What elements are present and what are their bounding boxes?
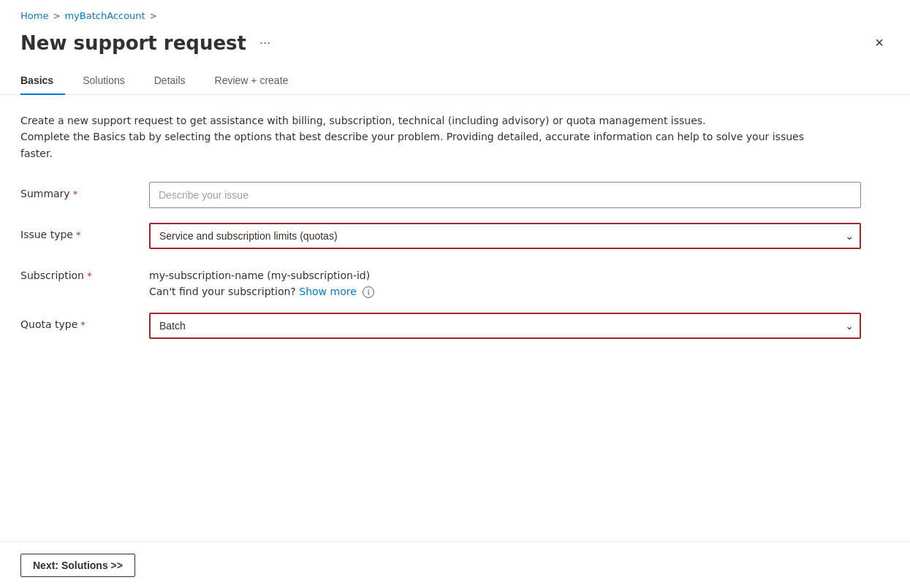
page-header: New support request ··· × xyxy=(0,27,910,67)
show-more-link[interactable]: Show more xyxy=(299,286,357,297)
tab-bar: Basics Solutions Details Review + create xyxy=(0,67,910,95)
next-solutions-button[interactable]: Next: Solutions >> xyxy=(20,554,135,577)
tab-review-create[interactable]: Review + create xyxy=(215,67,300,95)
page-title: New support request xyxy=(20,32,246,54)
breadcrumb-home[interactable]: Home xyxy=(20,10,48,21)
description-line1: Create a new support request to get assi… xyxy=(20,115,706,126)
header-left: New support request ··· xyxy=(20,32,275,54)
summary-row: Summary * xyxy=(20,182,861,208)
summary-input[interactable] xyxy=(149,182,861,208)
subscription-control: my-subscription-name (my-subscription-id… xyxy=(149,264,861,298)
issue-type-select[interactable]: Service and subscription limits (quotas)… xyxy=(149,223,861,249)
issue-type-label: Issue type * xyxy=(20,223,137,240)
breadcrumb: Home > myBatchAccount > xyxy=(0,0,910,27)
summary-control xyxy=(149,182,861,208)
close-button[interactable]: × xyxy=(869,30,890,56)
quota-type-row: Quota type * Batch Compute Storage Netwo… xyxy=(20,313,861,339)
info-icon[interactable]: i xyxy=(363,286,374,298)
tab-details[interactable]: Details xyxy=(154,67,197,95)
subscription-cant-find: Can't find your subscription? Show more … xyxy=(149,281,861,298)
description: Create a new support request to get assi… xyxy=(20,112,824,161)
summary-label: Summary * xyxy=(20,182,137,199)
subscription-required: * xyxy=(87,270,92,281)
footer: Next: Solutions >> xyxy=(0,541,910,588)
subscription-label: Subscription * xyxy=(20,264,137,281)
quota-type-label: Quota type * xyxy=(20,313,137,330)
issue-type-row: Issue type * Service and subscription li… xyxy=(20,223,861,249)
tab-basics[interactable]: Basics xyxy=(20,67,65,95)
more-options-button[interactable]: ··· xyxy=(255,32,275,53)
tab-solutions[interactable]: Solutions xyxy=(83,67,137,95)
issue-type-required: * xyxy=(76,229,81,240)
form: Summary * Issue type * Service and subsc… xyxy=(20,182,861,339)
description-line2: Complete the Basics tab by selecting the… xyxy=(20,131,804,159)
subscription-row: Subscription * my-subscription-name (my-… xyxy=(20,264,861,298)
breadcrumb-sep1: > xyxy=(53,11,60,21)
breadcrumb-sep2: > xyxy=(150,11,157,21)
breadcrumb-account[interactable]: myBatchAccount xyxy=(64,10,145,21)
quota-type-select-wrapper: Batch Compute Storage Network ⌄ xyxy=(149,313,861,339)
quota-type-control: Batch Compute Storage Network ⌄ xyxy=(149,313,861,339)
quota-type-required: * xyxy=(80,319,86,330)
quota-type-select[interactable]: Batch Compute Storage Network xyxy=(149,313,861,339)
subscription-value: my-subscription-name (my-subscription-id… xyxy=(149,264,861,281)
summary-required: * xyxy=(73,188,78,199)
main-content: Create a new support request to get assi… xyxy=(0,112,910,356)
issue-type-control: Service and subscription limits (quotas)… xyxy=(149,223,861,249)
issue-type-select-wrapper: Service and subscription limits (quotas)… xyxy=(149,223,861,249)
